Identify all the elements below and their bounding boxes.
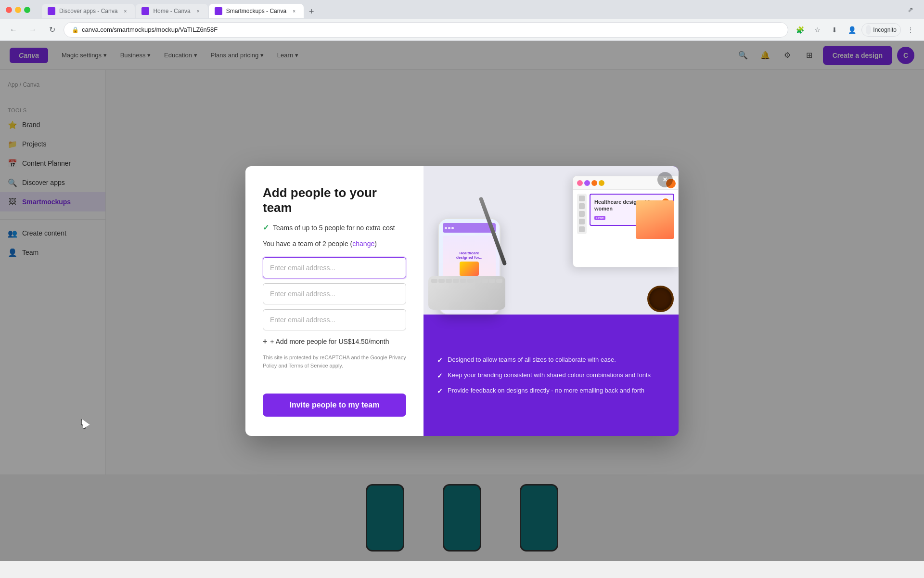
desktop-color-swatches [577,180,604,186]
browser-titlebar: Discover apps - Canva × Home - Canva × S… [0,0,924,19]
maximize-window-btn[interactable] [24,7,30,13]
desktop-mockup: Healthcare designed for women Draft [573,176,679,267]
profile-label: Incognito [873,26,897,33]
window-controls [6,7,30,13]
feature-desc-2: Keep your branding consistent with share… [448,371,651,380]
reload-btn[interactable]: ↻ [44,22,60,38]
check-icon-3: ✓ [437,387,443,395]
tab-label-discover: Discover apps - Canva [59,8,117,14]
feature-text: Teams of up to 5 people for no extra cos… [273,224,395,232]
recaptcha-notice: This site is protected by reCAPTCHA and … [263,354,406,369]
key [453,279,459,283]
keyboard-decoration [428,276,505,310]
browser-tab-home[interactable]: Home - Canva × [136,4,207,18]
phone-dot-2 [448,227,450,229]
key [482,279,488,283]
tab-favicon-home [141,7,149,15]
key [438,279,445,283]
phone-content-text: Healthcaredesigned for... [454,249,484,280]
forward-btn[interactable]: → [25,22,40,38]
desktop-canvas-area: Healthcare designed for women Draft [590,194,674,234]
key [446,279,452,283]
modal-title: Add people to your team [263,185,406,215]
feature-item-2: ✓ Keep your branding consistent with sha… [437,371,665,380]
swatch-orange [591,180,597,186]
swatch-pink [577,180,583,186]
browser-tab-smart[interactable]: Smartmockups - Canva × [209,4,304,18]
menu-icon[interactable]: ⋮ [903,22,918,38]
ds-icon-5 [579,226,585,232]
browser-toolbar: ← → ↻ 🔒 canva.com/smartmockups/mockup/Va… [0,19,924,40]
browser-chrome: Discover apps - Canva × Home - Canva × S… [0,0,924,41]
team-info-suffix: ) [374,240,377,248]
back-btn[interactable]: ← [6,22,21,38]
email-input-3[interactable] [263,309,406,330]
restore-window-icon[interactable]: ⇗ [903,2,918,17]
coffee-cup-decoration [647,286,674,312]
address-bar[interactable]: 🔒 canva.com/smartmockups/mockup/VaTILZ6n… [64,22,788,38]
change-link[interactable]: change [352,240,374,248]
key [467,279,474,283]
email-inputs-container [263,257,406,330]
key [431,279,437,283]
profile-icon[interactable]: 👤 [844,22,860,38]
email-input-2[interactable] [263,283,406,304]
profile-avatar-icon [866,25,871,35]
check-icon-1: ✓ [437,356,443,364]
tab-favicon-smart [215,7,222,15]
tab-close-home[interactable]: × [194,7,202,15]
feature-desc-3: Provide feedback on designs directly - n… [448,386,644,395]
modal-right-top: Healthcaredesigned for... Effects [424,166,679,315]
invite-people-btn[interactable]: Invite people to my team [263,394,406,417]
extensions-icon[interactable]: 🧩 [792,22,808,38]
url-text: canva.com/smartmockups/mockup/VaTILZ6n58… [82,26,218,33]
app-background: Canva Magic settings ▾ Business ▾ Educat… [0,41,924,561]
feature-desc-1: Designed to allow teams of all sizes to … [448,355,616,364]
key [496,279,502,283]
tab-favicon-discover [48,7,55,15]
phone-top-bar [443,223,496,233]
minimize-window-btn[interactable] [15,7,21,13]
key [489,279,495,283]
feature-item-3: ✓ Provide feedback on designs directly -… [437,386,665,395]
modal-left-panel: Add people to your team ✓ Teams of up to… [245,166,424,436]
browser-tab-discover[interactable]: Discover apps - Canva × [42,4,135,18]
modal-close-btn[interactable]: × [657,172,673,187]
new-tab-btn[interactable]: + [305,5,318,18]
phone-dots [445,227,454,229]
tab-bar: Discover apps - Canva × Home - Canva × S… [38,1,322,18]
tab-close-smart[interactable]: × [290,7,298,15]
add-people-modal: Add people to your team ✓ Teams of up to… [245,166,679,436]
modal-right-panel: Healthcaredesigned for... Effects [424,166,679,436]
add-more-label: + Add more people for US$14.50/month [270,338,389,345]
incognito-profile[interactable]: Incognito [861,23,901,37]
ds-icon-1 [579,196,585,201]
checkmark-icon: ✓ [263,223,269,232]
swatch-purple [584,180,590,186]
feature-item-1: ✓ Designed to allow teams of all sizes t… [437,355,665,364]
modal-right-features: ✓ Designed to allow teams of all sizes t… [424,315,679,436]
tab-close-discover[interactable]: × [121,7,129,15]
desktop-sidebar-mini [577,194,587,234]
ds-icon-4 [579,219,585,224]
plus-icon: + [263,337,267,346]
downloads-icon[interactable]: ⬇ [827,22,842,38]
add-more-btn[interactable]: + + Add more people for US$14.50/month [263,337,406,346]
modal-overlay[interactable]: Add people to your team ✓ Teams of up to… [0,41,924,561]
desktop-content: Healthcare designed for women Draft [573,190,678,238]
key [475,279,481,283]
team-info-prefix: You have a team of 2 people ( [263,240,352,248]
bookmark-icon[interactable]: ☆ [809,22,825,38]
key [460,279,466,283]
women-photo-placeholder [636,200,674,239]
browser-actions: 🧩 ☆ ⬇ 👤 Incognito ⋮ [792,22,918,38]
ds-icon-3 [579,211,585,217]
phone-dot-1 [445,227,447,229]
modal-feature-line: ✓ Teams of up to 5 people for no extra c… [263,223,406,232]
ds-icon-2 [579,203,585,209]
close-window-btn[interactable] [6,7,12,13]
check-icon-2: ✓ [437,372,443,380]
email-input-1[interactable] [263,257,406,278]
swatch-yellow [599,180,604,186]
draft-tag: Draft [594,216,605,220]
